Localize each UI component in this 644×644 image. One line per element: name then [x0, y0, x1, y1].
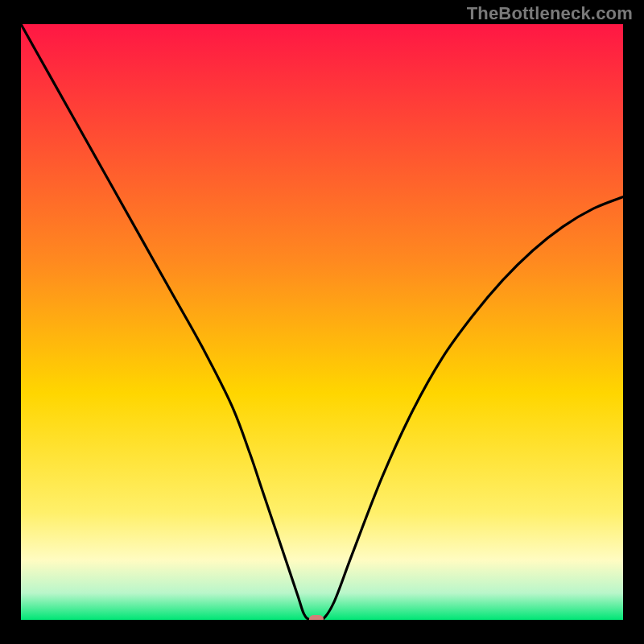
chart-svg	[21, 24, 623, 620]
plot-area	[21, 24, 623, 620]
watermark-text: TheBottleneck.com	[467, 3, 633, 24]
min-marker	[309, 615, 324, 620]
frame: TheBottleneck.com	[0, 0, 644, 644]
background-rect	[21, 24, 623, 620]
